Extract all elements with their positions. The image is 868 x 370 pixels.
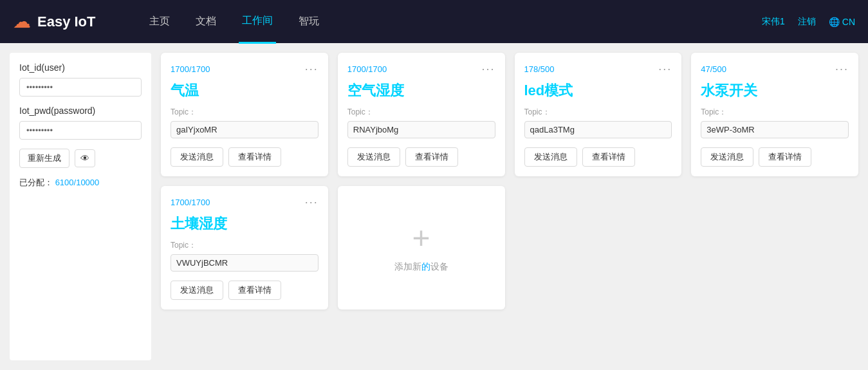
card-actions: 发送消息 查看详情: [524, 147, 672, 167]
iot-id-input[interactable]: [19, 78, 142, 97]
iot-id-label: Iot_id(user): [19, 62, 142, 73]
logout-link[interactable]: 注销: [798, 16, 816, 28]
card-header: 1700/1700 ···: [171, 196, 319, 209]
nav-workspace[interactable]: 工作间: [239, 0, 276, 44]
main-nav: 主页 文档 工作间 智玩: [146, 0, 762, 44]
card-actions: 发送消息 查看详情: [171, 147, 319, 167]
card-header: 1700/1700 ···: [347, 62, 495, 76]
eye-icon: 👁: [80, 153, 89, 163]
card-more-button[interactable]: ···: [305, 62, 319, 76]
send-message-button[interactable]: 发送消息: [347, 147, 400, 167]
add-plus-icon: +: [412, 223, 430, 254]
iot-pwd-input[interactable]: [19, 121, 142, 140]
logo-area: ☁ Easy IoT: [13, 11, 146, 32]
card-topic-input[interactable]: [701, 121, 849, 138]
card-topic-input[interactable]: [347, 121, 495, 138]
card-title: 土壤湿度: [171, 214, 319, 234]
card-more-button[interactable]: ···: [658, 62, 672, 76]
view-detail-button[interactable]: 查看详情: [228, 147, 281, 167]
card-topic-label: Topic：: [524, 107, 672, 118]
card-topic-label: Topic：: [171, 240, 319, 251]
username[interactable]: 宋伟1: [762, 16, 785, 28]
allocated-text: 已分配： 6100/10000: [19, 177, 142, 189]
send-message-button[interactable]: 发送消息: [524, 147, 577, 167]
card-count: 1700/1700: [171, 198, 210, 207]
globe-icon: 🌐: [829, 17, 840, 27]
logo-text: Easy IoT: [37, 14, 95, 30]
card-count: 47/500: [701, 64, 726, 74]
card-count: 1700/1700: [171, 64, 210, 74]
allocated-value: 6100/10000: [55, 178, 100, 187]
header: ☁ Easy IoT 主页 文档 工作间 智玩 宋伟1 注销 🌐 CN: [0, 0, 868, 43]
sidebar: Iot_id(user) Iot_pwd(password) 重新生成 👁 已分…: [10, 53, 151, 360]
add-device-label: 添加新的设备: [394, 261, 448, 273]
card-more-button[interactable]: ···: [835, 62, 849, 76]
nav-docs[interactable]: 文档: [192, 1, 219, 42]
card-actions: 发送消息 查看详情: [347, 147, 495, 167]
main-layout: Iot_id(user) Iot_pwd(password) 重新生成 👁 已分…: [0, 43, 868, 370]
card-actions: 发送消息 查看详情: [171, 281, 319, 300]
header-right: 宋伟1 注销 🌐 CN: [762, 16, 855, 28]
card-header: 178/500 ···: [524, 62, 672, 76]
device-card: 47/500 ··· 水泵开关 Topic： 发送消息 查看详情: [691, 53, 858, 176]
card-title: 空气湿度: [347, 81, 495, 100]
eye-button[interactable]: 👁: [75, 149, 95, 167]
card-topic-label: Topic：: [347, 107, 495, 118]
card-topic-input[interactable]: [171, 254, 319, 272]
card-header: 1700/1700 ···: [171, 62, 319, 76]
card-count: 1700/1700: [347, 64, 387, 74]
lang-label: CN: [842, 17, 855, 27]
iot-pwd-label: Iot_pwd(password): [19, 106, 142, 116]
card-title: 气温: [171, 81, 319, 100]
device-card: 1700/1700 ··· 土壤湿度 Topic： 发送消息 查看详情: [161, 186, 328, 310]
device-card: 178/500 ··· led模式 Topic： 发送消息 查看详情: [515, 53, 682, 176]
device-card: 1700/1700 ··· 空气湿度 Topic： 发送消息 查看详情: [338, 53, 505, 176]
card-actions: 发送消息 查看详情: [701, 147, 849, 167]
language-switcher[interactable]: 🌐 CN: [829, 17, 855, 27]
card-more-button[interactable]: ···: [481, 62, 495, 76]
sidebar-actions: 重新生成 👁: [19, 149, 142, 168]
view-detail-button[interactable]: 查看详情: [228, 281, 281, 300]
card-topic-label: Topic：: [701, 107, 849, 118]
nav-play[interactable]: 智玩: [295, 1, 322, 42]
view-detail-button[interactable]: 查看详情: [405, 147, 458, 167]
nav-home[interactable]: 主页: [146, 1, 173, 42]
send-message-button[interactable]: 发送消息: [171, 281, 223, 300]
add-device-card[interactable]: + 添加新的设备: [338, 186, 505, 310]
view-detail-button[interactable]: 查看详情: [582, 147, 635, 167]
card-header: 47/500 ···: [701, 62, 849, 76]
logo-icon: ☁: [13, 11, 31, 32]
card-topic-input[interactable]: [171, 121, 319, 138]
send-message-button[interactable]: 发送消息: [701, 147, 753, 167]
content-area: 1700/1700 ··· 气温 Topic： 发送消息 查看详情 1700/1…: [161, 53, 858, 360]
regenerate-button[interactable]: 重新生成: [19, 149, 69, 168]
device-card: 1700/1700 ··· 气温 Topic： 发送消息 查看详情: [161, 53, 328, 176]
card-topic-input[interactable]: [524, 121, 672, 138]
view-detail-button[interactable]: 查看详情: [759, 147, 811, 167]
card-title: 水泵开关: [701, 81, 849, 100]
card-more-button[interactable]: ···: [305, 196, 319, 209]
send-message-button[interactable]: 发送消息: [171, 147, 223, 167]
card-title: led模式: [524, 81, 672, 100]
card-topic-label: Topic：: [171, 107, 319, 118]
card-count: 178/500: [524, 64, 555, 74]
